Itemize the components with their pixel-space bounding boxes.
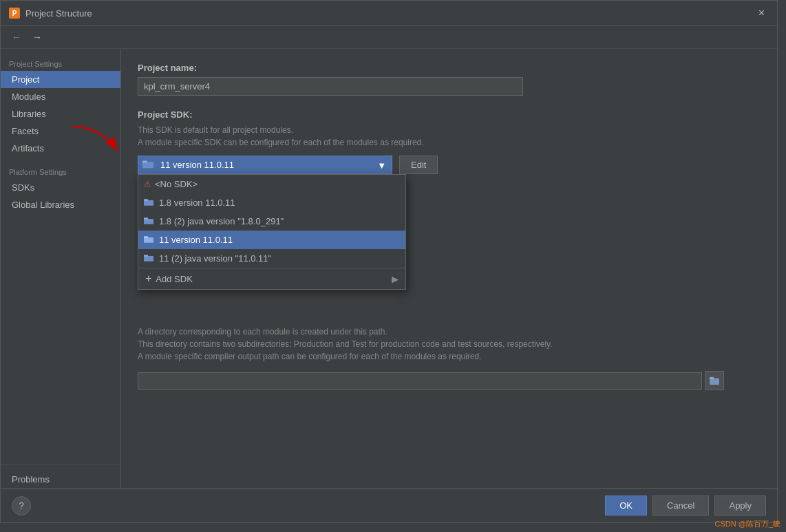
project-sdk-label: Project SDK: (138, 109, 761, 120)
title-bar: P Project Structure × (1, 1, 777, 26)
svg-rect-10 (710, 379, 719, 385)
svg-rect-5 (144, 217, 148, 220)
project-structure-dialog: P Project Structure × ← → Project Settin… (0, 0, 778, 523)
edit-button[interactable]: Edit (399, 156, 438, 174)
watermark: CSDN @陈百万_嚒 (714, 519, 780, 529)
sdk-option-11-2[interactable]: 11 (2) java version "11.0.11" (138, 249, 405, 268)
sdk-row: 11 version 11.0.11 ▼ ⚠ <No SDK> (138, 156, 761, 174)
compiler-output-input[interactable] (138, 372, 702, 390)
back-button[interactable]: ← (9, 30, 24, 44)
sidebar: Project Settings Project Modules Librari… (1, 49, 121, 488)
project-settings-label: Project Settings (1, 57, 120, 71)
add-icon: + (145, 273, 151, 285)
folder-icon-small (144, 253, 153, 264)
svg-rect-9 (144, 255, 148, 257)
cancel-button[interactable]: Cancel (652, 496, 709, 515)
svg-rect-4 (144, 219, 153, 224)
sdk-description: This SDK is default for all project modu… (138, 124, 761, 149)
compiler-section: A directory corresponding to each module… (138, 326, 761, 390)
sdk-dropdown-list: ⚠ <No SDK> 1.8 version 11.0.11 (138, 174, 406, 290)
app-icon: P (9, 8, 20, 19)
compiler-output-row (138, 371, 761, 390)
submenu-arrow-icon: ▶ (392, 274, 399, 284)
add-sdk-option[interactable]: + Add SDK ▶ (138, 268, 405, 289)
sidebar-bottom: Problems (1, 465, 120, 488)
svg-rect-1 (142, 160, 147, 162)
svg-rect-8 (144, 256, 153, 262)
help-button[interactable]: ? (12, 496, 31, 515)
sidebar-item-libraries[interactable]: Libraries (1, 105, 120, 123)
sidebar-item-problems[interactable]: Problems (1, 471, 120, 488)
apply-button[interactable]: Apply (714, 496, 766, 515)
nav-bar: ← → (1, 26, 777, 49)
sdk-option-1-8-2[interactable]: 1.8 (2) java version "1.8.0_291" (138, 212, 405, 231)
ok-button[interactable]: OK (605, 496, 647, 515)
folder-icon-small (144, 235, 153, 245)
sdk-option-11[interactable]: 11 version 11.0.11 (138, 231, 405, 249)
dropdown-arrow-icon: ▼ (377, 160, 386, 170)
sidebar-item-global-libraries[interactable]: Global Libraries (1, 196, 120, 213)
sdk-dropdown[interactable]: 11 version 11.0.11 ▼ (138, 156, 392, 174)
browse-button[interactable] (705, 371, 724, 390)
sidebar-item-artifacts[interactable]: Artifacts (1, 140, 120, 157)
compiler-desc: A directory corresponding to each module… (138, 326, 761, 363)
main-content: Project Settings Project Modules Librari… (1, 49, 777, 488)
platform-settings-label: Platform Settings (1, 165, 120, 179)
svg-rect-0 (142, 162, 153, 168)
svg-rect-2 (144, 200, 153, 206)
dialog-title: Project Structure (25, 8, 92, 19)
sdk-option-no-sdk[interactable]: ⚠ <No SDK> (138, 175, 405, 193)
svg-rect-3 (144, 199, 148, 201)
sdk-dropdown-container: 11 version 11.0.11 ▼ ⚠ <No SDK> (138, 156, 392, 174)
project-name-label: Project name: (138, 63, 761, 73)
folder-icon (142, 160, 153, 170)
content-area: Project name: Project SDK: This SDK is d… (121, 49, 777, 488)
sidebar-item-facets[interactable]: Facets (1, 123, 120, 140)
sdk-option-1-8[interactable]: 1.8 version 11.0.11 (138, 193, 405, 212)
folder-browse-icon (710, 376, 719, 385)
project-name-input[interactable] (138, 77, 523, 96)
svg-rect-6 (144, 237, 153, 243)
sidebar-item-sdks[interactable]: SDKs (1, 179, 120, 196)
folder-icon-small (144, 216, 153, 226)
close-button[interactable]: × (754, 6, 769, 20)
bottom-bar: ? OK Cancel Apply (1, 488, 777, 522)
folder-icon-small (144, 198, 153, 208)
warning-icon: ⚠ (144, 180, 151, 189)
forward-button[interactable]: → (30, 30, 45, 44)
sidebar-item-project[interactable]: Project (1, 71, 120, 88)
sidebar-item-modules[interactable]: Modules (1, 88, 120, 105)
title-bar-left: P Project Structure (9, 8, 92, 19)
svg-rect-11 (710, 377, 714, 379)
sdk-selected-value: 11 version 11.0.11 (158, 160, 234, 170)
svg-rect-7 (144, 236, 148, 238)
